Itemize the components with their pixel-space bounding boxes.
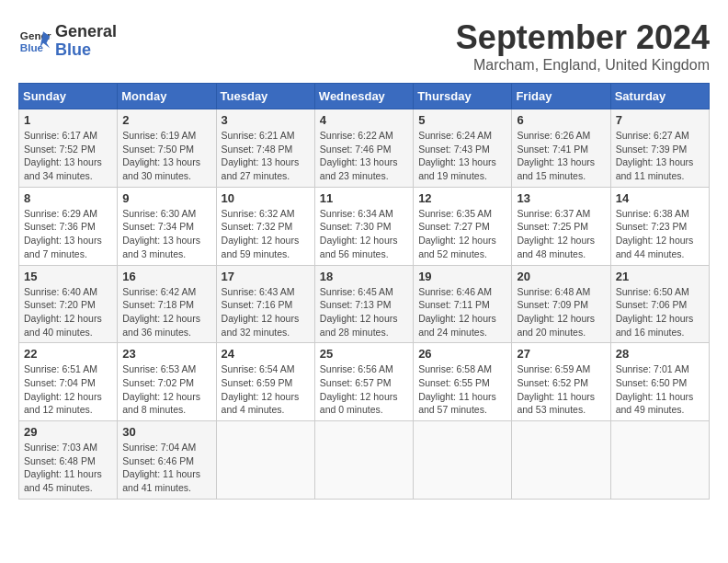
day-info: Sunrise: 6:59 AMSunset: 6:52 PMDaylight:…	[517, 362, 605, 417]
day-number: 7	[616, 113, 704, 127]
title-block: September 2024 Marcham, England, United …	[456, 18, 710, 74]
day-number: 14	[616, 191, 704, 205]
day-info: Sunrise: 6:26 AMSunset: 7:41 PMDaylight:…	[517, 129, 605, 183]
weekday-header: Sunday	[19, 84, 118, 109]
calendar-cell: 12Sunrise: 6:35 AMSunset: 7:27 PMDayligh…	[414, 187, 512, 265]
calendar-cell: 13Sunrise: 6:37 AMSunset: 7:25 PMDayligh…	[512, 187, 610, 265]
day-info: Sunrise: 6:19 AMSunset: 7:50 PMDaylight:…	[122, 129, 210, 183]
day-info: Sunrise: 6:40 AMSunset: 7:20 PMDaylight:…	[24, 285, 112, 339]
day-info: Sunrise: 6:27 AMSunset: 7:39 PMDaylight:…	[616, 129, 704, 183]
calendar-cell: 17Sunrise: 6:43 AMSunset: 7:16 PMDayligh…	[216, 265, 314, 343]
calendar-cell	[414, 421, 512, 500]
calendar-cell: 27Sunrise: 6:59 AMSunset: 6:52 PMDayligh…	[512, 343, 610, 421]
calendar-cell: 30Sunrise: 7:04 AMSunset: 6:46 PMDayligh…	[118, 421, 216, 500]
calendar-cell	[216, 421, 314, 500]
day-number: 3	[222, 113, 310, 127]
weekday-header: Tuesday	[216, 84, 314, 109]
day-info: Sunrise: 6:32 AMSunset: 7:32 PMDaylight:…	[222, 207, 310, 261]
day-info: Sunrise: 6:51 AMSunset: 7:04 PMDaylight:…	[24, 362, 112, 417]
day-number: 26	[418, 347, 506, 361]
calendar-week-row: 29Sunrise: 7:03 AMSunset: 6:48 PMDayligh…	[19, 421, 710, 500]
calendar-cell: 25Sunrise: 6:56 AMSunset: 6:57 PMDayligh…	[314, 343, 413, 421]
day-info: Sunrise: 6:22 AMSunset: 7:46 PMDaylight:…	[320, 129, 408, 183]
day-info: Sunrise: 6:58 AMSunset: 6:55 PMDaylight:…	[418, 362, 506, 417]
weekday-header: Saturday	[610, 84, 709, 109]
logo-icon: General Blue	[18, 25, 51, 58]
calendar-cell: 5Sunrise: 6:24 AMSunset: 7:43 PMDaylight…	[414, 109, 512, 188]
day-info: Sunrise: 6:38 AMSunset: 7:23 PMDaylight:…	[616, 207, 704, 261]
calendar-cell: 28Sunrise: 7:01 AMSunset: 6:50 PMDayligh…	[610, 343, 709, 421]
calendar-week-row: 8Sunrise: 6:29 AMSunset: 7:36 PMDaylight…	[19, 187, 710, 265]
day-number: 17	[222, 270, 310, 283]
calendar-cell: 18Sunrise: 6:45 AMSunset: 7:13 PMDayligh…	[314, 265, 413, 343]
calendar-cell	[512, 421, 610, 500]
day-info: Sunrise: 6:48 AMSunset: 7:09 PMDaylight:…	[517, 285, 605, 339]
weekday-header: Thursday	[414, 84, 512, 109]
day-number: 19	[418, 270, 506, 283]
calendar-cell: 4Sunrise: 6:22 AMSunset: 7:46 PMDaylight…	[314, 109, 413, 188]
calendar-cell: 11Sunrise: 6:34 AMSunset: 7:30 PMDayligh…	[314, 187, 413, 265]
day-info: Sunrise: 7:04 AMSunset: 6:46 PMDaylight:…	[122, 441, 210, 495]
day-number: 4	[320, 113, 408, 127]
calendar-week-row: 22Sunrise: 6:51 AMSunset: 7:04 PMDayligh…	[19, 343, 710, 421]
day-number: 18	[320, 270, 408, 283]
day-info: Sunrise: 6:46 AMSunset: 7:11 PMDaylight:…	[418, 285, 506, 339]
day-number: 10	[222, 191, 310, 205]
page-header: General Blue General Blue September 2024…	[18, 18, 710, 74]
day-number: 27	[517, 347, 605, 361]
day-number: 21	[616, 270, 704, 283]
day-info: Sunrise: 6:43 AMSunset: 7:16 PMDaylight:…	[222, 285, 310, 339]
day-number: 8	[24, 191, 112, 205]
day-number: 24	[222, 347, 310, 361]
day-number: 20	[517, 270, 605, 283]
day-info: Sunrise: 6:24 AMSunset: 7:43 PMDaylight:…	[418, 129, 506, 183]
day-number: 6	[517, 113, 605, 127]
day-number: 22	[24, 347, 112, 361]
day-number: 23	[122, 347, 210, 361]
calendar-cell: 15Sunrise: 6:40 AMSunset: 7:20 PMDayligh…	[19, 265, 118, 343]
day-number: 5	[418, 113, 506, 127]
day-number: 28	[616, 347, 704, 361]
day-info: Sunrise: 6:37 AMSunset: 7:25 PMDaylight:…	[517, 207, 605, 261]
calendar-cell: 1Sunrise: 6:17 AMSunset: 7:52 PMDaylight…	[19, 109, 118, 188]
day-number: 2	[122, 113, 210, 127]
calendar-cell	[610, 421, 709, 500]
calendar-cell: 26Sunrise: 6:58 AMSunset: 6:55 PMDayligh…	[414, 343, 512, 421]
calendar-table: SundayMondayTuesdayWednesdayThursdayFrid…	[18, 83, 710, 500]
page-title: September 2024	[456, 18, 710, 57]
calendar-cell: 24Sunrise: 6:54 AMSunset: 6:59 PMDayligh…	[216, 343, 314, 421]
calendar-cell: 8Sunrise: 6:29 AMSunset: 7:36 PMDaylight…	[19, 187, 118, 265]
calendar-cell: 16Sunrise: 6:42 AMSunset: 7:18 PMDayligh…	[118, 265, 216, 343]
day-info: Sunrise: 6:17 AMSunset: 7:52 PMDaylight:…	[24, 129, 112, 183]
logo: General Blue General Blue	[18, 23, 117, 60]
calendar-cell: 9Sunrise: 6:30 AMSunset: 7:34 PMDaylight…	[118, 187, 216, 265]
logo-line1: General	[55, 23, 117, 41]
day-number: 9	[122, 191, 210, 205]
calendar-cell: 3Sunrise: 6:21 AMSunset: 7:48 PMDaylight…	[216, 109, 314, 188]
day-number: 29	[24, 425, 112, 439]
day-info: Sunrise: 6:53 AMSunset: 7:02 PMDaylight:…	[122, 362, 210, 417]
day-info: Sunrise: 6:54 AMSunset: 6:59 PMDaylight:…	[222, 362, 310, 417]
day-info: Sunrise: 6:45 AMSunset: 7:13 PMDaylight:…	[320, 285, 408, 339]
calendar-cell	[314, 421, 413, 500]
calendar-cell: 19Sunrise: 6:46 AMSunset: 7:11 PMDayligh…	[414, 265, 512, 343]
day-number: 11	[320, 191, 408, 205]
calendar-cell: 29Sunrise: 7:03 AMSunset: 6:48 PMDayligh…	[19, 421, 118, 500]
calendar-cell: 23Sunrise: 6:53 AMSunset: 7:02 PMDayligh…	[118, 343, 216, 421]
day-info: Sunrise: 6:56 AMSunset: 6:57 PMDaylight:…	[320, 362, 408, 417]
calendar-cell: 2Sunrise: 6:19 AMSunset: 7:50 PMDaylight…	[118, 109, 216, 188]
day-info: Sunrise: 6:50 AMSunset: 7:06 PMDaylight:…	[616, 285, 704, 339]
calendar-cell: 22Sunrise: 6:51 AMSunset: 7:04 PMDayligh…	[19, 343, 118, 421]
calendar-cell: 21Sunrise: 6:50 AMSunset: 7:06 PMDayligh…	[610, 265, 709, 343]
calendar-week-row: 1Sunrise: 6:17 AMSunset: 7:52 PMDaylight…	[19, 109, 710, 188]
day-info: Sunrise: 7:01 AMSunset: 6:50 PMDaylight:…	[616, 362, 704, 417]
day-info: Sunrise: 6:35 AMSunset: 7:27 PMDaylight:…	[418, 207, 506, 261]
page-subtitle: Marcham, England, United Kingdom	[456, 57, 710, 74]
calendar-header-row: SundayMondayTuesdayWednesdayThursdayFrid…	[19, 84, 710, 109]
day-number: 12	[418, 191, 506, 205]
calendar-cell: 10Sunrise: 6:32 AMSunset: 7:32 PMDayligh…	[216, 187, 314, 265]
calendar-cell: 14Sunrise: 6:38 AMSunset: 7:23 PMDayligh…	[610, 187, 709, 265]
calendar-cell: 6Sunrise: 6:26 AMSunset: 7:41 PMDaylight…	[512, 109, 610, 188]
weekday-header: Monday	[118, 84, 216, 109]
day-number: 15	[24, 270, 112, 283]
